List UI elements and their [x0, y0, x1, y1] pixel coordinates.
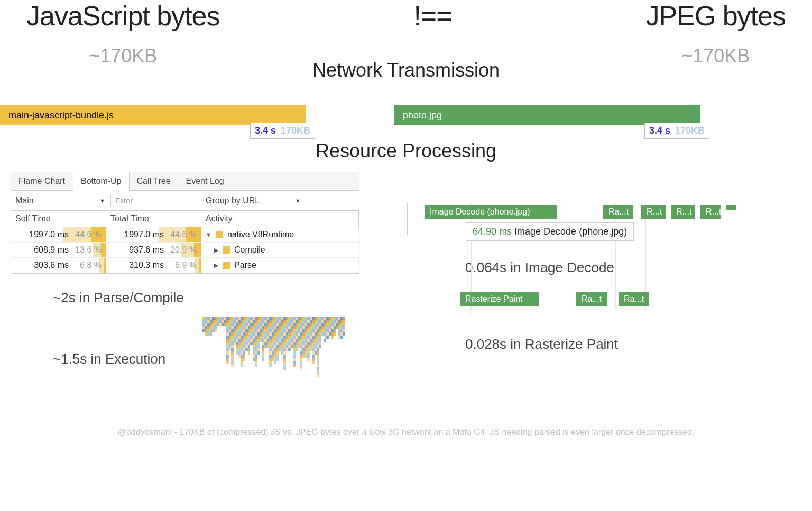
table-row[interactable]: 303.6 ms6.8 %310.3 ms6.9 %▶Parse	[11, 258, 359, 273]
decode-block-short-5	[726, 205, 736, 210]
devtools-columns: Self Time Total Time Activity	[11, 211, 359, 227]
self-time-cell: 303.6 ms6.8 %	[11, 258, 106, 273]
decode-block-short-2: R...t	[641, 205, 666, 219]
col-total-time: Total Time	[106, 211, 201, 227]
tab-event-log[interactable]: Event Log	[179, 172, 232, 190]
track-select[interactable]: Main ▼	[15, 196, 105, 206]
devtools-panel: Flame Chart Bottom-Up Call Tree Event Lo…	[11, 172, 359, 274]
js-bar-size: 170KB	[281, 125, 310, 136]
devtools-tabs: Flame Chart Bottom-Up Call Tree Event Lo…	[11, 172, 359, 191]
raster-block-short-2: Ra...t	[619, 292, 649, 306]
triangle-icon[interactable]: ▶	[214, 262, 218, 269]
activity-cell: ▶Parse	[201, 258, 359, 273]
decode-tooltip-ms: 64.90 ms	[473, 226, 512, 237]
group-select-label: Group by URL	[206, 196, 260, 206]
js-bar-time: 3.4 s	[255, 125, 276, 136]
title-center: !==	[413, 0, 451, 32]
title-col-right: JPEG bytes ~170KB	[645, 0, 786, 67]
table-row[interactable]: 1997.0 ms44.6 %1997.0 ms44.6 %▼native V8…	[11, 227, 359, 243]
decode-tooltip-label: Image Decode (phone.jpg)	[514, 226, 627, 237]
flame-execution-row: ~1.5s in Execution	[11, 317, 359, 401]
activity-label: native V8Runtime	[227, 230, 294, 239]
chevron-down-icon: ▼	[99, 198, 105, 204]
raster-timeline: Rasterize Paint Ra...t Ra...t	[407, 292, 801, 312]
summary-execution: ~1.5s in Execution	[53, 351, 165, 367]
self-time-cell: 608.9 ms13.6 %	[11, 243, 106, 257]
network-bars: main-javascript-bundle.js 3.4 s 170KB ph…	[0, 105, 812, 125]
tab-flame-chart[interactable]: Flame Chart	[11, 172, 73, 190]
activity-cell: ▼native V8Runtime	[201, 227, 359, 242]
total-time-cell: 937.6 ms20.9 %	[106, 243, 201, 257]
title-right-sub: ~170KB	[645, 45, 786, 67]
title-row: JavaScript bytes ~170KB !== JPEG bytes ~…	[0, 0, 812, 67]
jpeg-bar-badge: 3.4 s 170KB	[644, 123, 709, 139]
flame-chart-illustration	[202, 317, 345, 401]
track-select-label: Main	[15, 196, 34, 206]
chevron-down-icon: ▼	[295, 198, 301, 204]
js-bar-container: main-javascript-bundle.js 3.4 s 170KB	[0, 105, 306, 125]
group-select[interactable]: Group by URL ▼	[206, 196, 301, 206]
decode-block-main: Image Decode (phone.jpg)	[425, 205, 557, 219]
title-left: JavaScript bytes	[26, 0, 220, 32]
activity-color-swatch	[216, 231, 223, 238]
raster-block-main: Rasterize Paint	[460, 292, 539, 306]
col-self-time: Self Time	[11, 211, 106, 227]
summary-rasterize: 0.028s in Rasterize Paint	[465, 336, 801, 352]
total-time-cell: 310.3 ms6.9 %	[106, 258, 201, 273]
triangle-icon[interactable]: ▶	[214, 247, 218, 254]
title-col-left: JavaScript bytes ~170KB	[26, 0, 220, 67]
jpeg-bar-size: 170KB	[675, 125, 705, 136]
decode-block-short-1: Ra...t	[603, 205, 633, 219]
activity-color-swatch	[223, 262, 230, 269]
summary-image-decode: 0.064s in Image Decode	[465, 259, 801, 276]
devtools-rows: 1997.0 ms44.6 %1997.0 ms44.6 %▼native V8…	[11, 227, 359, 273]
decode-block-short-4: R...t	[700, 205, 721, 219]
title-right: JPEG bytes	[645, 0, 786, 32]
decode-tooltip: 64.90 ms Image Decode (phone.jpg)	[466, 222, 634, 241]
col-activity: Activity	[201, 211, 359, 227]
total-time-cell: 1997.0 ms44.6 %	[106, 227, 201, 242]
activity-label: Parse	[234, 261, 256, 270]
tab-bottom-up[interactable]: Bottom-Up	[73, 172, 129, 191]
triangle-icon[interactable]: ▼	[206, 231, 211, 238]
activity-cell: ▶Compile	[201, 243, 359, 257]
devtools-filters: Main ▼ Filter Group by URL ▼	[11, 191, 359, 211]
activity-color-swatch	[223, 246, 230, 254]
self-time-cell: 1997.0 ms44.6 %	[11, 227, 106, 242]
activity-label: Compile	[234, 245, 265, 255]
tab-call-tree[interactable]: Call Tree	[130, 172, 179, 190]
title-left-sub: ~170KB	[26, 45, 220, 67]
heading-processing: Resource Processing	[0, 140, 812, 162]
table-row[interactable]: 608.9 ms13.6 %937.6 ms20.9 %▶Compile	[11, 243, 359, 258]
decode-block-short-3: R...t	[671, 205, 695, 219]
jpeg-bar-time: 3.4 s	[649, 125, 670, 136]
jpeg-bar-container: photo.jpg 3.4 s 170KB	[306, 105, 700, 125]
filter-input[interactable]: Filter	[110, 194, 200, 207]
decode-timeline: Image Decode (phone.jpg) Ra...t R...t R.…	[407, 203, 801, 235]
footnote: @addyosmani - 170KB of (compressed) JS v…	[0, 428, 812, 448]
summary-parse-compile: ~2s in Parse/Compile	[53, 290, 359, 306]
raster-block-short-1: Ra...t	[576, 292, 607, 306]
